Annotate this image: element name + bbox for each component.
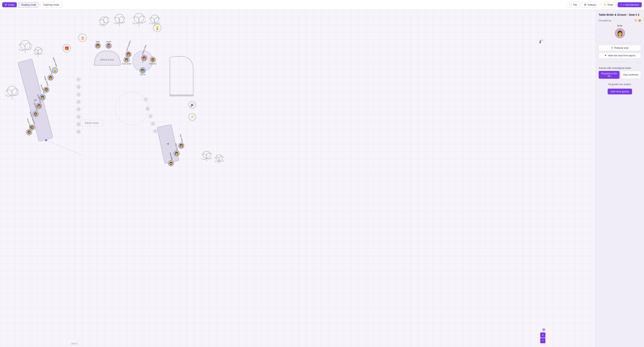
hotkeys-icon: ⌘: [584, 3, 586, 6]
marker-dot: [45, 139, 47, 141]
guest-johanna-lowe[interactable]: Johanna Lowe 👩: [126, 40, 132, 57]
tree-decoration: [132, 12, 146, 27]
ruler-label: Ruler: [608, 3, 614, 6]
dance-area-label: Dance Area: [80, 120, 103, 126]
seat-circle[interactable]: 12: [76, 100, 81, 104]
add-element-label: + Add element: [623, 3, 639, 6]
svg-point-21: [34, 50, 38, 54]
filter-all-button[interactable]: All guests in the list: [599, 71, 620, 79]
guest-anna-lemon[interactable]: 👩 Anna Lemon: [122, 57, 131, 65]
seat-circle[interactable]: 10: [76, 85, 81, 89]
catering-mode-label: Catering mode: [43, 3, 59, 6]
guest-jonty-wills[interactable]: Jonty Wills 🧔: [168, 152, 174, 166]
toolbar: ✕ Close Seating mode Catering mode 📄 Fil…: [0, 0, 644, 10]
close-icon: ✕: [5, 3, 7, 6]
seat-circle-right[interactable]: 14: [148, 114, 152, 118]
occupied-by-section: Occupied by:: [599, 19, 612, 22]
add-icon: +: [621, 3, 622, 6]
speaker-icon: 🔊: [188, 101, 196, 109]
tree-decoration: [6, 84, 19, 99]
table-4-label: 4: [166, 143, 170, 145]
svg-marker-50: [540, 40, 541, 43]
release-seat-label: Release seat: [614, 46, 628, 49]
seat-circle[interactable]: 15: [76, 122, 81, 126]
sidebar-title: Table Bride & Groom · Seat # 2: [599, 13, 641, 16]
dance-floor-circle: [115, 92, 148, 125]
tree-decoration: [34, 46, 43, 57]
hotkeys-label: Hotkeys: [588, 3, 596, 6]
guest-name-display: Bride: [617, 24, 622, 27]
cake-icon: 🎂: [78, 33, 86, 42]
close-label: Close: [8, 3, 14, 6]
power-icon: ⚡: [188, 113, 196, 121]
gear-button[interactable]: ⚙: [634, 18, 637, 22]
catering-mode-button[interactable]: Catering mode: [40, 2, 62, 7]
divider-1: [599, 43, 641, 43]
ruler-button[interactable]: 📏 Ruler: [601, 2, 616, 7]
release-seat-button[interactable]: ✕ Release seat: [599, 45, 641, 51]
occupied-by-label: Occupied by:: [599, 19, 612, 22]
status-dot: [638, 19, 641, 22]
guest-best-man[interactable]: 🧔 Best Man: [149, 57, 156, 65]
connector-line: [0, 10, 596, 347]
svg-point-30: [206, 153, 212, 159]
zoom-in-button[interactable]: +: [540, 333, 546, 338]
seat-circle[interactable]: 13: [76, 107, 81, 111]
seat-circle-right[interactable]: 12: [153, 129, 157, 133]
tree-decoration: [215, 153, 224, 164]
filter-confirmed-label: Only confirmed: [623, 73, 638, 76]
add-more-guests-label: Add more guests: [610, 90, 629, 93]
bride-groom-table[interactable]: Bride & Groom: [92, 49, 122, 66]
guest-ronan-cooper[interactable]: Ronan Cooper 🧔: [26, 118, 32, 135]
tree-decoration: [99, 15, 109, 27]
tree-decoration: [202, 150, 212, 162]
guest-kitty-frye[interactable]: Kitty Frye 👩: [174, 143, 180, 156]
filter-all-label: All guests in the list: [601, 72, 617, 77]
svg-point-22: [38, 49, 43, 54]
seat-circle[interactable]: 14: [76, 115, 81, 119]
svg-line-52: [46, 140, 82, 155]
scale-label: 190 Inc.: [71, 343, 78, 345]
zoom-out-button[interactable]: −: [540, 338, 546, 343]
svg-point-14: [154, 17, 160, 24]
seating-mode-button[interactable]: Seating mode: [18, 2, 39, 7]
navigation-icon: N: [537, 39, 543, 46]
seat-circle[interactable]: 9: [76, 77, 81, 81]
close-button[interactable]: ✕ Close: [2, 2, 17, 7]
tree-decoration: [114, 13, 125, 26]
tree-decoration: [19, 39, 32, 53]
guest-groom[interactable]: Groom 🤵: [106, 40, 112, 49]
svg-point-13: [149, 18, 155, 24]
seat-circle[interactable]: 11: [76, 92, 81, 96]
compass-icon[interactable]: ⊕: [542, 327, 546, 332]
seat-circle-right[interactable]: 13: [151, 122, 155, 126]
lightbulb-icon: 💡: [153, 24, 161, 32]
toolbar-right: 📄 File ⌘ Hotkeys 📏 Ruler + + Add element: [566, 2, 642, 7]
guests-unassigned-label: Guests with unassigned seats:: [599, 67, 641, 69]
seat-circle[interactable]: 16: [76, 130, 81, 134]
svg-text:Bride & Groom: Bride & Groom: [100, 58, 114, 61]
file-label: File: [573, 3, 577, 6]
svg-point-33: [215, 157, 219, 162]
svg-point-29: [202, 154, 207, 159]
gift-icon: 🎁: [62, 44, 71, 52]
hide-icon: 👁: [604, 54, 607, 57]
file-button[interactable]: 📄 File: [566, 2, 580, 7]
guest-info-right: ⚙: [634, 18, 641, 22]
svg-text:N: N: [541, 39, 543, 41]
filter-confirmed-button[interactable]: Only confirmed: [620, 71, 641, 79]
guest-maid-of-honor[interactable]: Maid-of-honor 👩: [141, 44, 147, 61]
hide-seat-label: Hide this seat from layout: [608, 54, 636, 57]
hide-seat-button[interactable]: 👁 Hide this seat from layout: [599, 52, 641, 58]
guest-bride[interactable]: Bride 👩: [95, 40, 101, 49]
add-more-guests-button[interactable]: Add more guests: [608, 89, 632, 94]
guest-avatar-large: 👩: [615, 28, 625, 38]
guest-carr-kit[interactable]: 🧑 Carr Kit: [140, 67, 146, 76]
floor-plan-canvas[interactable]: 💡 🎂 🎁 5 4 Bride & Groom 1: [0, 10, 596, 347]
main-content: 💡 🎂 🎁 5 4 Bride & Groom 1: [0, 10, 644, 347]
hotkeys-button[interactable]: ⌘ Hotkeys: [581, 2, 599, 7]
svg-point-25: [6, 89, 12, 96]
release-seat-icon: ✕: [611, 46, 613, 49]
add-element-button[interactable]: + + Add element: [618, 2, 642, 7]
ruler-icon: 📏: [604, 3, 606, 6]
